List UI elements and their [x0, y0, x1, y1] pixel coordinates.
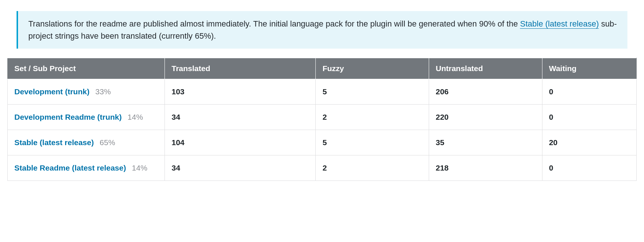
column-header-fuzzy: Fuzzy: [316, 58, 429, 79]
table-row: Development Readme (trunk) 14% 34 2 220 …: [8, 105, 637, 130]
notice-text-before: Translations for the readme are publishe…: [28, 19, 520, 28]
waiting-cell: 0: [542, 155, 636, 181]
translated-cell: 34: [165, 105, 316, 130]
column-header-translated: Translated: [165, 58, 316, 79]
untranslated-cell: 206: [429, 79, 542, 105]
translation-status-table: Set / Sub Project Translated Fuzzy Untra…: [7, 58, 637, 181]
waiting-cell: 20: [542, 130, 636, 155]
project-cell: Development Readme (trunk) 14%: [8, 105, 165, 130]
project-percent: 14%: [128, 113, 143, 121]
table-header-row: Set / Sub Project Translated Fuzzy Untra…: [8, 58, 637, 79]
translated-cell: 34: [165, 155, 316, 181]
column-header-untranslated: Untranslated: [429, 58, 542, 79]
translation-notice: Translations for the readme are publishe…: [17, 11, 627, 49]
translated-cell: 104: [165, 130, 316, 155]
fuzzy-cell: 5: [316, 79, 429, 105]
project-cell: Stable (latest release) 65%: [8, 130, 165, 155]
table-row: Development (trunk) 33% 103 5 206 0: [8, 79, 637, 105]
table-body: Development (trunk) 33% 103 5 206 0 Deve…: [8, 79, 637, 181]
project-link[interactable]: Stable Readme (latest release): [14, 164, 126, 172]
project-cell: Development (trunk) 33%: [8, 79, 165, 105]
translated-cell: 103: [165, 79, 316, 105]
stable-release-link[interactable]: Stable (latest release): [520, 19, 599, 29]
project-percent: 33%: [95, 87, 111, 96]
table-row: Stable Readme (latest release) 14% 34 2 …: [8, 155, 637, 181]
column-header-waiting: Waiting: [542, 58, 636, 79]
waiting-cell: 0: [542, 79, 636, 105]
project-percent: 14%: [132, 164, 147, 172]
untranslated-cell: 220: [429, 105, 542, 130]
column-header-set: Set / Sub Project: [8, 58, 165, 79]
project-cell: Stable Readme (latest release) 14%: [8, 155, 165, 181]
project-link[interactable]: Stable (latest release): [14, 138, 94, 147]
project-link[interactable]: Development Readme (trunk): [14, 113, 122, 121]
project-link[interactable]: Development (trunk): [14, 87, 89, 96]
untranslated-cell: 218: [429, 155, 542, 181]
fuzzy-cell: 5: [316, 130, 429, 155]
project-percent: 65%: [100, 138, 115, 147]
waiting-cell: 0: [542, 105, 636, 130]
fuzzy-cell: 2: [316, 155, 429, 181]
untranslated-cell: 35: [429, 130, 542, 155]
fuzzy-cell: 2: [316, 105, 429, 130]
table-row: Stable (latest release) 65% 104 5 35 20: [8, 130, 637, 155]
